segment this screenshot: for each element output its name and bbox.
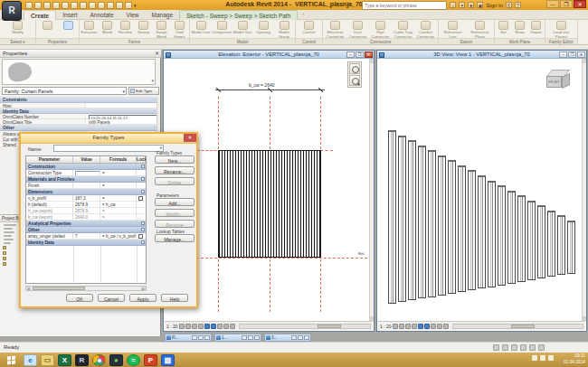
parameter-name[interactable]: array_vinger (defaul — [26, 233, 73, 239]
profile-fin[interactable] — [438, 155, 446, 296]
powerpoint-icon[interactable]: P — [144, 354, 157, 366]
minimized-window-1[interactable]: Fl... — [165, 334, 212, 342]
show-button[interactable]: Show — [512, 21, 527, 35]
model-group-button[interactable]: Model Group — [274, 21, 294, 39]
parameter-lock[interactable] — [137, 183, 146, 188]
parameter-lock[interactable] — [137, 202, 146, 207]
tree-item[interactable] — [4, 224, 16, 226]
level-line[interactable] — [192, 258, 367, 259]
properties-palette-button[interactable] — [37, 21, 57, 30]
parameter-lock[interactable] — [137, 170, 146, 175]
parameter-formula[interactable]: = h_cw — [100, 202, 137, 207]
parameter-value[interactable]: 2640.0 — [73, 214, 100, 220]
column-header-formula[interactable]: Formula — [100, 156, 137, 163]
photos-icon[interactable]: ▨ — [161, 354, 175, 366]
curtain-panel-hatch[interactable] — [218, 150, 321, 258]
cancel-button[interactable]: Cancel — [98, 294, 125, 302]
tree-item[interactable] — [4, 228, 13, 230]
favorites-star-icon[interactable]: ★ — [468, 2, 474, 8]
parameter-lock[interactable] — [137, 233, 146, 239]
parameter-value[interactable]: 7 — [73, 233, 100, 239]
ok-button[interactable]: OK — [66, 294, 93, 302]
collapse-icon[interactable] — [141, 221, 145, 225]
excel-icon[interactable]: X — [58, 354, 71, 366]
threed-canvas[interactable]: FRONT — [378, 59, 585, 321]
tab-view[interactable]: View — [120, 10, 146, 20]
profile-fin[interactable] — [547, 211, 555, 278]
restore-button[interactable]: ❐ — [560, 0, 573, 8]
profile-fin[interactable] — [537, 205, 545, 278]
view-scale[interactable]: 1 : 20 — [166, 324, 178, 329]
parameter-formula[interactable]: = b_cw / v_b_profil / 2 — [100, 233, 137, 239]
tree-category-icon[interactable] — [3, 257, 6, 260]
maximize-icon[interactable] — [248, 335, 253, 340]
tab-sketch-sweep-sweep-sketc[interactable]: Sketch - Sweep > Sweep > Sketch Path — [179, 10, 298, 20]
profile-fin[interactable] — [428, 150, 436, 296]
component-button[interactable]: Component — [212, 21, 232, 35]
model-text-button[interactable]: Model Text — [232, 21, 252, 35]
collapse-icon[interactable] — [141, 228, 145, 231]
swept-blend-button[interactable]: Swept Blend — [153, 21, 170, 39]
sun-path-icon[interactable] — [192, 324, 197, 329]
tag-icon[interactable] — [98, 2, 105, 9]
tab-insert[interactable]: Insert — [56, 10, 83, 20]
reference-line-button[interactable]: Reference Line — [440, 21, 466, 39]
pipe-connector-button[interactable]: Pipe Connector — [370, 21, 392, 39]
vertical-scrollbar[interactable] — [369, 59, 374, 321]
close-icon[interactable]: ✕ — [155, 51, 159, 56]
control-button[interactable]: Control — [298, 21, 321, 35]
scrollbar-thumb[interactable] — [511, 325, 535, 328]
aligned-dimension-icon[interactable] — [89, 2, 96, 9]
tree-category-icon[interactable] — [3, 251, 6, 255]
minimize-icon[interactable]: – — [346, 52, 355, 58]
profile-fin[interactable] — [557, 215, 565, 275]
crop-view-icon[interactable] — [217, 324, 223, 329]
editable-only-icon[interactable] — [520, 344, 526, 351]
tab-annotate[interactable]: Annotate — [84, 10, 120, 20]
tab-manage[interactable]: Manage — [146, 10, 180, 20]
profile-fin[interactable] — [448, 160, 456, 294]
column-header-lock[interactable]: Lock — [137, 156, 146, 163]
revolve-button[interactable]: Revolve — [117, 21, 134, 35]
sweep-button[interactable]: Sweep — [135, 21, 152, 35]
workset-icon[interactable] — [493, 344, 499, 351]
opening-button[interactable]: Opening — [253, 21, 273, 35]
visual-style-icon[interactable] — [185, 324, 191, 329]
parameter-value[interactable] — [73, 183, 100, 188]
parameter-name[interactable]: Construction Type — [26, 170, 73, 175]
spotify-icon[interactable]: ≈ — [127, 354, 140, 366]
profile-fin[interactable] — [418, 146, 426, 299]
manage--button[interactable]: Manage... — [155, 234, 194, 242]
collapse-icon[interactable]: ˆ — [154, 109, 155, 114]
visual-style-icon[interactable] — [399, 324, 404, 329]
edit-type-button[interactable]: Edit Type — [128, 87, 159, 95]
maximize-icon[interactable] — [198, 335, 204, 340]
profile-fin[interactable] — [398, 136, 406, 303]
detail-level-icon[interactable] — [179, 324, 185, 329]
parameter-formula[interactable]: = — [100, 208, 137, 213]
blend-button[interactable]: Blend — [99, 21, 116, 35]
tab-create[interactable]: Create — [24, 10, 56, 20]
chevron-down-icon[interactable]: ▾ — [122, 89, 125, 94]
open-icon[interactable] — [25, 2, 33, 9]
shadows-icon[interactable] — [412, 324, 417, 329]
parameter-formula[interactable]: = — [100, 214, 137, 220]
column-header-value[interactable]: Value — [73, 156, 100, 163]
restore-icon[interactable] — [291, 335, 297, 340]
temporary-hide-isolate-icon[interactable] — [211, 324, 216, 329]
minimize-button[interactable]: — — [546, 0, 559, 8]
crop-view-icon[interactable] — [431, 324, 436, 329]
lock-checkbox[interactable] — [138, 234, 143, 239]
profile-fin[interactable] — [517, 195, 526, 282]
threed-window-titlebar[interactable]: 3D View: View 1 - VERTICAL_plasnja_70 – … — [377, 51, 586, 59]
network-icon[interactable] — [540, 355, 545, 361]
collapse-icon[interactable]: ˆ — [154, 126, 155, 130]
show-rendering-icon[interactable] — [418, 324, 423, 329]
view-scale[interactable]: 1 : 20 — [380, 324, 392, 329]
text-icon[interactable] — [107, 2, 114, 9]
shadows-icon[interactable] — [198, 324, 204, 329]
value-edit-field[interactable] — [75, 171, 100, 175]
subscription-center-icon[interactable]: ✦ — [459, 2, 465, 8]
sync-icon[interactable] — [43, 2, 51, 9]
print-icon[interactable] — [71, 2, 78, 9]
